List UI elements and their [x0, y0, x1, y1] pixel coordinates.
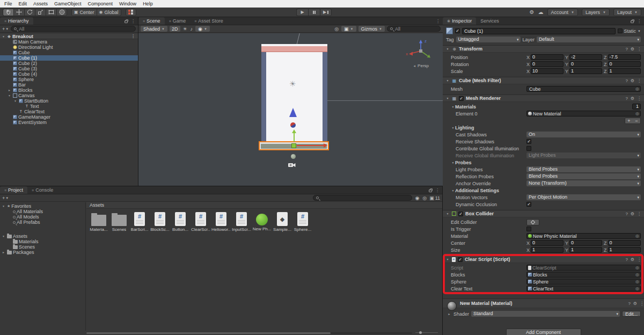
object-picker-icon[interactable]: ◎	[635, 279, 639, 284]
foldout-arrow[interactable]: ▼	[451, 189, 455, 192]
position-x-input[interactable]: 0	[531, 54, 564, 60]
step-button[interactable]: ▶	[320, 9, 332, 16]
dynamic-occlusion-checkbox[interactable]: ✓	[526, 202, 531, 207]
hierarchy-item-eventsystem[interactable]: EventSystem	[0, 120, 138, 125]
anchor-override-dropdown[interactable]: None (Transform)	[526, 180, 641, 186]
rotation-x-input[interactable]: 0	[531, 61, 564, 67]
camera-gizmo[interactable]	[288, 162, 296, 168]
foldout-lighting[interactable]: ▼Lighting	[443, 124, 644, 131]
effects-dropdown[interactable]: ◉▼	[195, 26, 210, 32]
layers-dropdown[interactable]: Layers▼	[582, 9, 610, 16]
component-header[interactable]: ▼✓Clear Script (Script)?⚙⋮	[443, 256, 644, 263]
asset-hellowor[interactable]: Hellowor...	[211, 212, 231, 232]
add-component-button[interactable]: Add Component	[506, 329, 581, 335]
preset-icon[interactable]: ⚙	[631, 47, 634, 52]
hierarchy-item-cube[interactable]: Cube	[0, 50, 138, 55]
move-gizmo-center[interactable]	[291, 143, 296, 148]
menu-kebab-icon[interactable]: ⋮	[637, 78, 641, 83]
help-icon[interactable]: ?	[628, 301, 630, 306]
preset-icon[interactable]: ⚙	[631, 96, 634, 101]
material-object-field[interactable]: New Physic Material◎	[526, 233, 641, 239]
menu-kebab-icon[interactable]: ⋮	[637, 47, 641, 52]
scene-audio-toggle-icon[interactable]: ♪	[190, 26, 194, 32]
foldout-arrow[interactable]: ►	[7, 89, 12, 92]
grid-snap-button[interactable]	[126, 9, 136, 16]
preset-icon[interactable]: ⚙	[631, 212, 634, 216]
foldout-arrow[interactable]: ▼	[445, 79, 450, 82]
project-tree-item-packages[interactable]: ►Packages	[0, 250, 85, 255]
scene-viewport[interactable]: ☀ z x ◄Persp	[138, 33, 443, 186]
shader-edit-button[interactable]: Edit...	[622, 311, 641, 317]
project-tree-item-materials[interactable]: Materials	[0, 239, 85, 244]
gizmos-dropdown[interactable]: Gizmos▼	[358, 26, 385, 32]
hierarchy-item-cube-1[interactable]: Cube (1)	[0, 55, 138, 61]
component-enabled-checkbox[interactable]: ✓	[458, 212, 463, 216]
help-icon[interactable]: ?	[625, 212, 627, 216]
menu-window[interactable]: Window	[116, 1, 140, 7]
tab-project[interactable]: ≡Project	[0, 186, 27, 194]
menu-edit[interactable]: Edit	[16, 1, 31, 7]
receive-shadows-checkbox[interactable]: ✓	[526, 139, 531, 144]
position-y-input[interactable]: -2	[569, 54, 602, 60]
lock-icon[interactable]	[631, 20, 634, 23]
light-probes-dropdown[interactable]: Blend Probes	[526, 166, 641, 172]
hierarchy-item-bar[interactable]: Bar	[0, 82, 138, 88]
mesh-object-field[interactable]: Cube◎	[526, 86, 641, 92]
projection-mode-toggle[interactable]: ◄Persp	[413, 63, 429, 68]
foldout-arrow[interactable]: ▼	[451, 161, 455, 164]
contribute-global-illumination-checkbox[interactable]	[526, 146, 531, 151]
scene-menu-kebab-icon[interactable]: ⋮	[131, 34, 135, 39]
move-gizmo-y-arrow[interactable]	[294, 133, 295, 142]
asset-materia[interactable]: Materia...	[89, 212, 109, 232]
material-preview-sphere[interactable]	[447, 301, 457, 311]
menu-gameobject[interactable]: GameObject	[51, 1, 85, 7]
foldout-materials[interactable]: ▼Materials1	[443, 103, 644, 110]
project-tree-item-all-materials[interactable]: All Materials	[0, 209, 85, 214]
project-search-input[interactable]	[313, 195, 412, 201]
2d-toggle-button[interactable]: 2D	[170, 26, 180, 32]
cloud-collab-icon[interactable]: ☁	[538, 9, 544, 15]
preset-icon[interactable]: ⚙	[631, 257, 634, 262]
component-header[interactable]: ▼✓Box Collider?⚙⋮	[443, 210, 644, 217]
asset-sample[interactable]: Sample...	[272, 212, 292, 232]
search-by-label-icon[interactable]: ◎	[422, 195, 427, 201]
horizontal-scrollbar[interactable]	[86, 332, 412, 334]
static-toggle[interactable]: Static▼	[618, 28, 641, 34]
preset-icon[interactable]: ⚙	[633, 301, 637, 306]
component-enabled-checkbox[interactable]: ✓	[458, 257, 463, 262]
scene-lighting-toggle-icon[interactable]: ☀	[182, 26, 188, 32]
help-icon[interactable]: ?	[625, 257, 627, 262]
move-gizmo-x-arrow[interactable]	[297, 145, 324, 146]
scrollbar-handle[interactable]	[86, 332, 331, 334]
reflection-probes-dropdown[interactable]: Blend Probes	[526, 173, 641, 179]
menu-help[interactable]: Help	[140, 1, 156, 7]
pause-button[interactable]	[308, 9, 320, 16]
slider-knob[interactable]	[419, 331, 422, 334]
component-header[interactable]: ▼⊕Transform?⚙⋮	[443, 45, 644, 53]
panel-menu-kebab-icon[interactable]: ⋮	[435, 188, 440, 193]
asset-inputscr[interactable]: InputScr...	[231, 212, 252, 232]
menu-component[interactable]: Component	[85, 1, 116, 7]
static-checkbox[interactable]	[618, 28, 623, 33]
tab-services[interactable]: Services	[476, 17, 503, 25]
foldout-arrow[interactable]: ▼	[445, 212, 450, 215]
foldout-arrow[interactable]: ▼	[451, 126, 455, 129]
edit-collider-button[interactable]	[526, 219, 539, 225]
panel-menu-kebab-icon[interactable]: ⋮	[131, 19, 135, 24]
menu-file[interactable]: File	[1, 1, 16, 7]
object-picker-icon[interactable]: ◎	[635, 234, 639, 238]
hierarchy-item-startbutton[interactable]: ▼StartButton	[0, 98, 138, 104]
tab-console[interactable]: ≡Console	[27, 186, 57, 194]
object-picker-icon[interactable]: ◎	[635, 272, 639, 277]
menu-kebab-icon[interactable]: ⋮	[640, 301, 644, 306]
hierarchy-item-gamemanager[interactable]: GameManager	[0, 114, 138, 120]
component-header[interactable]: ▼▦Cube (Mesh Filter)?⚙⋮	[443, 77, 644, 84]
motion-vectors-dropdown[interactable]: Per Object Motion	[526, 194, 641, 200]
cone-object[interactable]	[289, 108, 297, 117]
is-trigger-checkbox[interactable]	[526, 227, 531, 231]
account-dropdown[interactable]: Account▼	[547, 9, 578, 16]
project-tree-item-all-models[interactable]: All Models	[0, 214, 85, 220]
asset-blocksc[interactable]: BlockSc...	[150, 212, 170, 232]
hidden-objects-icon[interactable]: ◎	[334, 26, 339, 32]
ball-sphere-object[interactable]	[290, 122, 296, 128]
